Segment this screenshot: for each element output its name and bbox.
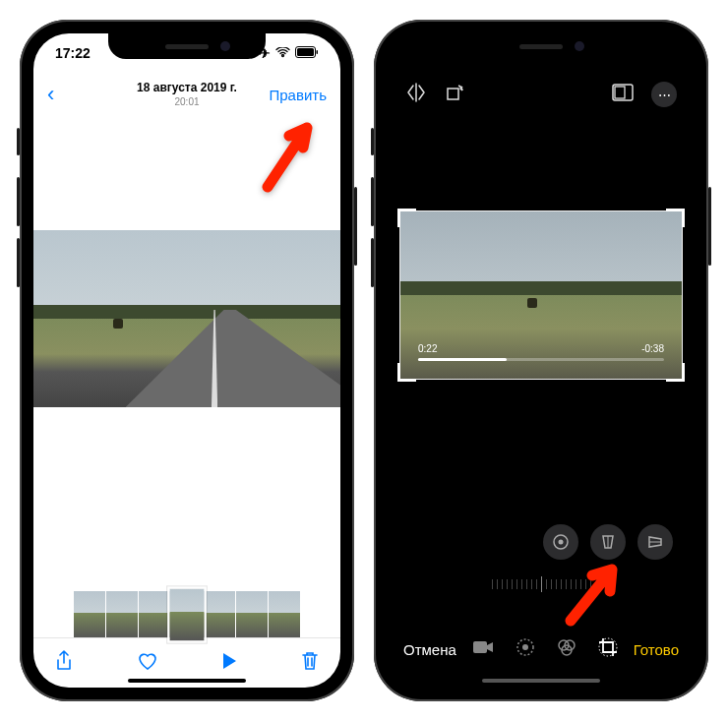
cancel-button[interactable]: Отмена: [403, 641, 456, 658]
elapsed-time: 0:22: [418, 343, 437, 354]
thumbnail-strip[interactable]: [33, 591, 340, 638]
wifi-icon: [275, 45, 290, 61]
home-indicator[interactable]: [482, 679, 600, 683]
remaining-time: -0:38: [641, 343, 664, 354]
annotation-arrow-edit: [248, 118, 317, 210]
play-icon[interactable]: [221, 652, 237, 675]
svg-rect-3: [448, 89, 458, 99]
video-mode-icon[interactable]: [472, 639, 494, 660]
edit-button[interactable]: Править: [270, 87, 328, 103]
svg-rect-1: [297, 48, 314, 56]
crop-frame[interactable]: 0:22 -0:38: [399, 210, 683, 380]
battery-icon: [295, 45, 319, 61]
svg-point-12: [522, 644, 528, 650]
nav-title: 18 августа 2019 г. 20:01: [137, 81, 237, 109]
phone-left: 17:22 ✈︎ ‹ 18 августа 2019 г. 20:01 Прав…: [20, 20, 354, 701]
svg-rect-5: [615, 87, 625, 98]
screen-photos-viewer: 17:22 ✈︎ ‹ 18 августа 2019 г. 20:01 Прав…: [33, 33, 340, 688]
phone-right: ⋯ 0:22 -0:38: [374, 20, 708, 701]
aspect-icon[interactable]: [612, 84, 634, 105]
flip-icon[interactable]: [405, 83, 427, 106]
svg-rect-10: [473, 641, 487, 653]
trash-icon[interactable]: [301, 650, 319, 677]
editor-top-bar: ⋯: [388, 73, 695, 116]
annotation-arrow-crop: [553, 560, 632, 642]
video-progress[interactable]: 0:22 -0:38: [418, 343, 664, 361]
share-icon[interactable]: [55, 650, 73, 677]
home-indicator[interactable]: [128, 679, 246, 683]
status-time: 17:22: [55, 45, 91, 61]
nav-bar: ‹ 18 августа 2019 г. 20:01 Править: [33, 73, 340, 116]
adjust-mode-icon[interactable]: [516, 637, 535, 662]
favorite-icon[interactable]: [137, 651, 158, 676]
video-preview[interactable]: [33, 230, 340, 407]
status-icons: ✈︎: [259, 45, 319, 61]
screen-video-editor: ⋯ 0:22 -0:38: [388, 33, 695, 688]
svg-point-7: [559, 540, 564, 545]
more-icon[interactable]: ⋯: [651, 82, 677, 107]
crop-tool-buttons: [543, 524, 673, 560]
rotate-icon[interactable]: [445, 83, 464, 106]
svg-rect-2: [317, 50, 319, 54]
editor-bottom-bar: Отмена Готово: [388, 625, 695, 674]
done-button[interactable]: Готово: [634, 641, 679, 658]
straighten-button[interactable]: [543, 524, 578, 560]
horizontal-perspective-button[interactable]: [637, 524, 673, 560]
vertical-perspective-button[interactable]: [590, 524, 626, 560]
back-button[interactable]: ‹: [47, 82, 54, 107]
